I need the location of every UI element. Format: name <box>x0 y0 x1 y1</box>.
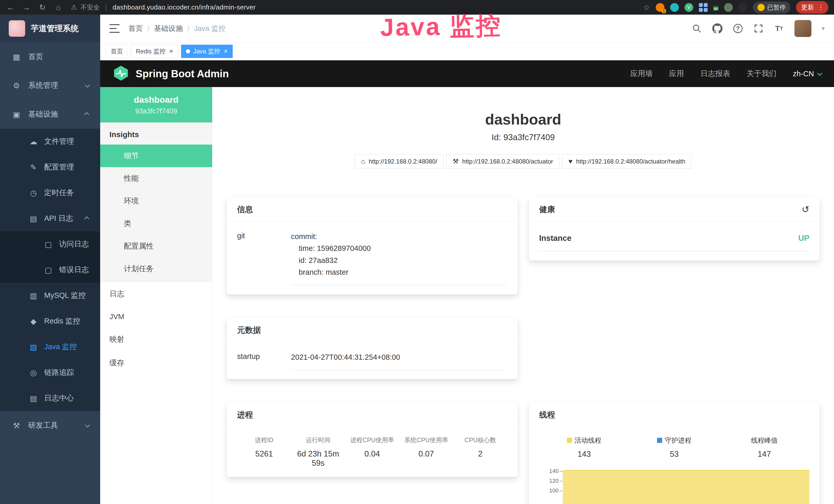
legend-label: 守护进程 <box>665 436 692 445</box>
sidebar-item-scheduled-tasks[interactable]: ◷ 定时任务 <box>0 180 100 206</box>
process-col-pid: 进程ID 5261 <box>237 436 291 468</box>
chevron-down-icon <box>85 83 90 88</box>
sba-menu-caches[interactable]: 缓存 <box>100 351 212 375</box>
sba-menu-logging[interactable]: 日志 <box>100 282 212 306</box>
sba-menu-classes[interactable]: 类 <box>100 212 212 235</box>
chevron-up-icon <box>84 112 89 117</box>
service-url-link[interactable]: ⌂ http://192.168.0.2:48080/ <box>355 154 444 169</box>
sba-nav-journal[interactable]: 日志报表 <box>700 69 730 79</box>
access-log-icon: ▢ <box>43 240 53 249</box>
process-col-cpu-cores: CPU核心数 2 <box>453 436 507 468</box>
live-threads-area <box>563 470 809 504</box>
browser-back-icon[interactable]: ← <box>6 4 16 11</box>
font-size-icon[interactable]: TT <box>774 23 784 33</box>
security-warning-icon[interactable]: ⚠ <box>71 3 77 11</box>
sba-menu-details[interactable]: 细节 <box>100 144 212 167</box>
sidebar-item-label: 首页 <box>28 52 43 62</box>
sba-title[interactable]: Spring Boot Admin <box>136 68 229 79</box>
sidebar-item-log-center[interactable]: ▤ 日志中心 <box>0 385 100 411</box>
github-icon[interactable] <box>712 23 723 33</box>
sidebar-toggle-icon[interactable] <box>109 24 120 33</box>
sba-menu-jvm[interactable]: JVM <box>100 306 212 328</box>
health-card-title: 健康 <box>539 204 555 215</box>
font-size-big-glyph: T <box>775 24 780 33</box>
tab-java-monitor[interactable]: Java 监控 × <box>181 45 233 58</box>
instance-links: ⌂ http://192.168.0.2:48080/ ⚒ http://192… <box>227 154 820 169</box>
health-url-link[interactable]: ♥ http://192.168.0.2:48080/actuator/heal… <box>562 154 692 169</box>
address-bar[interactable]: ⚠ 不安全 dashboard.yudao.iocoder.cn/infra/a… <box>71 3 256 12</box>
sidebar-item-config-management[interactable]: ✎ 配置管理 <box>0 154 100 180</box>
brand-row[interactable]: 芋道管理系统 <box>0 15 100 42</box>
log-center-icon: ▤ <box>28 394 39 403</box>
browser-menu-icon[interactable]: ⋮ <box>817 3 824 11</box>
close-icon[interactable]: × <box>169 47 173 55</box>
sba-nav-about[interactable]: 关于我们 <box>747 69 776 79</box>
sidebar-item-java-monitor[interactable]: ▧ Java 监控 <box>0 334 100 360</box>
sidebar-item-label: 研发工具 <box>28 420 58 431</box>
threads-card-title: 线程 <box>539 410 555 420</box>
info-value: commit: time: 1596289704000 id: 27aa832 … <box>291 231 507 285</box>
edit-icon: ✎ <box>28 163 39 172</box>
search-icon[interactable] <box>692 23 702 33</box>
extension-switch-icon[interactable]: on <box>713 5 719 10</box>
sidebar-item-dev-tools[interactable]: ⚒ 研发工具 <box>0 411 100 440</box>
sba-nav-wallboard[interactable]: 应用墙 <box>630 69 653 79</box>
extension-paw-icon[interactable] <box>739 3 747 12</box>
sba-menu-config-props[interactable]: 配置属性 <box>100 235 212 257</box>
extension-drop-icon[interactable] <box>670 3 679 12</box>
sidebar-item-trace[interactable]: ◎ 链路追踪 <box>0 360 100 385</box>
extension-leaf-icon[interactable] <box>724 3 733 12</box>
browser-forward-icon[interactable]: → <box>22 4 31 11</box>
sidebar-item-redis-monitor[interactable]: ◆ Redis 监控 <box>0 308 100 334</box>
sidebar-item-api-log[interactable]: ▤ API 日志 <box>0 206 100 231</box>
error-log-icon: ▢ <box>43 266 53 274</box>
close-icon[interactable]: × <box>224 47 228 55</box>
sba-language-select[interactable]: zh-CN <box>793 70 821 78</box>
breadcrumb-home[interactable]: 首页 <box>128 24 143 33</box>
chevron-up-icon <box>84 216 89 222</box>
service-url: http://192.168.0.2:48080/ <box>369 158 437 165</box>
sba-menu-metrics[interactable]: 性能 <box>100 167 212 190</box>
sidebar-item-label: 错误日志 <box>59 265 89 275</box>
tab-redis-monitor[interactable]: Redis 监控 × <box>131 45 178 58</box>
insights-group-label: Insights <box>100 122 212 144</box>
mysql-icon: ▥ <box>28 291 39 300</box>
chrome-update-button[interactable]: 更新 ⋮ <box>796 1 828 14</box>
sidebar-item-error-log[interactable]: ▢ 错误日志 <box>0 257 100 283</box>
sidebar-item-access-log[interactable]: ▢ 访问日志 <box>0 231 100 257</box>
browser-refresh-icon[interactable]: ↻ <box>38 4 47 11</box>
avatar-caret-icon[interactable]: ▾ <box>822 25 825 32</box>
actuator-url-link[interactable]: ⚒ http://192.168.0.2:48080/actuator <box>446 154 559 169</box>
sba-menu-scheduled-tasks[interactable]: 计划任务 <box>100 257 212 280</box>
help-icon[interactable]: ? <box>733 23 743 33</box>
address-divider <box>106 4 106 11</box>
health-instance-row[interactable]: Instance UP <box>539 231 809 251</box>
fullscreen-icon[interactable] <box>753 23 764 33</box>
sidebar-item-mysql-monitor[interactable]: ▥ MySQL 监控 <box>0 283 100 308</box>
sba-nav-applications[interactable]: 应用 <box>669 69 684 79</box>
breadcrumb-infra[interactable]: 基础设施 <box>154 24 183 33</box>
bookmark-star-icon[interactable]: ☆ <box>643 3 650 12</box>
browser-home-icon[interactable]: ⌂ <box>53 4 63 11</box>
tab-home[interactable]: 首页 <box>106 45 128 58</box>
insights-group: Insights 细节 性能 环境 类 配置属性 计划任务 <box>100 122 212 282</box>
process-col-value: 6d 23h 15m 59s <box>291 449 345 468</box>
extension-fehelper-icon[interactable]: 1 <box>656 3 664 12</box>
extension-vue-devtools-icon[interactable]: V <box>684 3 693 12</box>
page-url[interactable]: dashboard.yudao.iocoder.cn/infra/admin-s… <box>112 3 256 11</box>
sidebar-item-infra[interactable]: ▣ 基础设施 <box>0 100 100 129</box>
extension-grid-icon[interactable] <box>699 3 708 12</box>
sidebar-item-system[interactable]: ⚙ 系统管理 <box>0 71 100 100</box>
sba-menu-mappings[interactable]: 映射 <box>100 328 212 351</box>
security-label[interactable]: 不安全 <box>81 3 100 12</box>
sidebar-item-file-management[interactable]: ☁ 文件管理 <box>0 129 100 154</box>
history-icon[interactable]: ↺ <box>802 204 809 215</box>
user-avatar[interactable] <box>794 20 811 37</box>
instance-header[interactable]: dashboard 93a3fc7f7409 <box>100 87 212 122</box>
sba-menu-environment[interactable]: 环境 <box>100 190 212 212</box>
spring-boot-admin-logo-icon[interactable] <box>113 65 129 82</box>
health-url: http://192.168.0.2:48080/actuator/health <box>576 158 685 165</box>
sidebar-item-home[interactable]: ▦ 首页 <box>0 42 100 71</box>
process-col-header: 系统CPU使用率 <box>399 436 453 444</box>
profile-paused-badge[interactable]: 已暂停 <box>753 2 790 13</box>
